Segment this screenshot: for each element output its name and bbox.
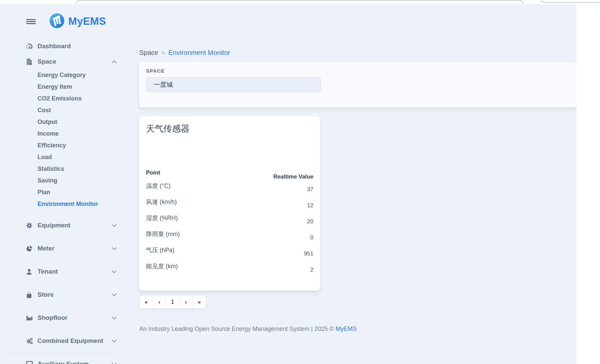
- sidebar-item-dashboard[interactable]: Dashboard: [0, 39, 121, 54]
- space-submenu: Energy Category Energy Item CO2 Emission…: [0, 69, 121, 210]
- browser-toolbar-fragment[interactable]: [540, 0, 600, 3]
- point-value: 951: [304, 250, 313, 257]
- point-label: 降雨量 (mm): [146, 230, 180, 238]
- sidebar-item-label: Dashboard: [38, 43, 71, 50]
- sidebar-item-efficiency[interactable]: Efficiency: [0, 140, 121, 151]
- sidebar-divider: [5, 329, 115, 330]
- point-value: 0: [310, 234, 313, 241]
- table-row: 风速 (km/h) 12: [146, 197, 313, 213]
- main-content: Space » Environment Monitor SPACE 天气传感器 …: [139, 4, 577, 333]
- pie-chart-icon: [26, 245, 35, 252]
- footer-myems-link[interactable]: MyEMS: [335, 325, 357, 332]
- chevron-down-icon: [112, 363, 117, 364]
- space-panel-label: SPACE: [146, 68, 570, 74]
- sub-label: Cost: [38, 107, 51, 114]
- chevron-down-icon: [112, 224, 117, 227]
- sidebar-item-output[interactable]: Output: [0, 116, 121, 128]
- sidebar-divider: [5, 260, 115, 260]
- sidebar-item-combined-equipment[interactable]: Combined Equipment: [0, 333, 121, 349]
- point-label: 能见度 (km): [146, 262, 178, 270]
- table-row: 温度 (°C) 37: [146, 181, 313, 197]
- browser-chrome-sliver: [0, 0, 600, 4]
- pagination-next-button[interactable]: ›: [179, 295, 193, 308]
- sidebar-divider: [5, 283, 115, 283]
- double-gear-icon: [26, 338, 35, 344]
- sidebar-item-meter[interactable]: Meter: [0, 241, 121, 256]
- myems-logo[interactable]: MyEMS: [49, 13, 106, 30]
- sidebar-divider: [5, 214, 115, 214]
- sub-label: CO2 Emissions: [38, 95, 82, 102]
- column-header-realtime-value: Realtime Value: [273, 173, 313, 180]
- sidebar-item-tenant[interactable]: Tenant: [0, 264, 121, 279]
- sidebar-item-label: Combined Equipment: [38, 337, 103, 345]
- dashboard-gauge-icon: [26, 43, 35, 50]
- breadcrumb-separator: »: [162, 49, 165, 56]
- table-row: 降雨量 (mm) 0: [146, 229, 313, 245]
- building-icon: [26, 58, 35, 65]
- sidebar-item-label: Equipment: [38, 222, 70, 229]
- sub-label: Load: [38, 154, 52, 161]
- pagination-page-1-button[interactable]: 1: [166, 295, 179, 308]
- sidebar-item-label: Tenant: [38, 268, 58, 275]
- footer-text: An Industry Leading Open Source Energy M…: [139, 325, 334, 332]
- breadcrumb: Space » Environment Monitor: [139, 49, 577, 57]
- chevron-down-icon: [112, 316, 117, 319]
- point-label: 气压 (hPa): [146, 246, 174, 254]
- hamburger-menu-icon[interactable]: [26, 19, 36, 24]
- sidebar-item-label: Meter: [38, 245, 55, 252]
- weather-sensor-card: 天气传感器 Point Realtime Value 温度 (°C) 37 风速…: [139, 116, 320, 291]
- sidebar-item-space[interactable]: Space: [0, 54, 121, 69]
- myems-logo-text: MyEMS: [68, 15, 106, 27]
- sidebar-item-store[interactable]: Store: [0, 287, 121, 302]
- breadcrumb-environment-monitor[interactable]: Environment Monitor: [168, 49, 230, 57]
- myems-logo-icon: [49, 13, 65, 30]
- sidebar-item-saving[interactable]: Saving: [0, 175, 121, 187]
- sidebar-item-equipment[interactable]: Equipment: [0, 218, 121, 233]
- sidebar-item-co2-emissions[interactable]: CO2 Emissions: [0, 93, 121, 104]
- sidebar-item-label: Store: [38, 291, 54, 298]
- point-label: 温度 (°C): [146, 182, 170, 190]
- sidebar-item-energy-category[interactable]: Energy Category: [0, 69, 121, 81]
- space-selector-panel: SPACE: [139, 62, 577, 107]
- table-header-row: Point Realtime Value: [146, 169, 313, 181]
- realtime-table: Point Realtime Value 温度 (°C) 37 风速 (km/h…: [146, 169, 313, 277]
- pagination-last-button[interactable]: »: [193, 295, 206, 308]
- sensor-card-title: 天气传感器: [146, 123, 313, 135]
- table-row: 湿度 (%RH) 20: [146, 213, 313, 229]
- sidebar-item-shopfloor[interactable]: Shopfloor: [0, 310, 121, 325]
- pagination-prev-button[interactable]: ‹: [153, 295, 166, 308]
- sidebar-item-income[interactable]: Income: [0, 128, 121, 140]
- breadcrumb-space[interactable]: Space: [139, 49, 158, 57]
- sidebar-item-label: Shopfloor: [38, 314, 68, 321]
- sidebar-item-cost[interactable]: Cost: [0, 104, 121, 116]
- sidebar: MyEMS Dashboard: [0, 4, 121, 364]
- point-value: 2: [310, 267, 313, 273]
- table-row: 气压 (hPa) 951: [146, 245, 313, 261]
- sidebar-item-energy-item[interactable]: Energy Item: [0, 81, 121, 93]
- sidebar-item-statistics[interactable]: Statistics: [0, 163, 121, 175]
- chevron-down-icon: [112, 293, 117, 296]
- chevron-down-icon: [112, 270, 117, 273]
- sub-label: Efficiency: [38, 142, 66, 149]
- sidebar-item-load[interactable]: Load: [0, 151, 121, 163]
- sidebar-item-environment-monitor[interactable]: Environment Monitor: [0, 198, 121, 210]
- sub-label: Statistics: [38, 165, 64, 172]
- pagination: « ‹ 1 › »: [139, 295, 206, 309]
- person-icon: [26, 269, 35, 275]
- pagination-first-button[interactable]: «: [140, 295, 153, 308]
- sidebar-item-label: Auxiliary System: [38, 360, 89, 364]
- point-label: 风速 (km/h): [146, 198, 177, 206]
- browser-url-bar[interactable]: [76, 0, 523, 4]
- sidebar-item-plan[interactable]: Plan: [0, 187, 121, 198]
- app-root: MyEMS Dashboard: [0, 4, 577, 364]
- sidebar-divider: [5, 306, 115, 306]
- chevron-down-icon: [112, 340, 117, 343]
- panel-outline-icon: [26, 361, 35, 364]
- sub-label: Saving: [38, 177, 57, 184]
- sidebar-divider: [5, 352, 115, 353]
- sub-label: Plan: [38, 189, 50, 196]
- sub-label: Environment Monitor: [38, 201, 98, 208]
- sidebar-item-auxiliary-system[interactable]: Auxiliary System: [0, 356, 121, 364]
- space-select-input[interactable]: [146, 77, 321, 92]
- shopping-bag-icon: [26, 292, 35, 298]
